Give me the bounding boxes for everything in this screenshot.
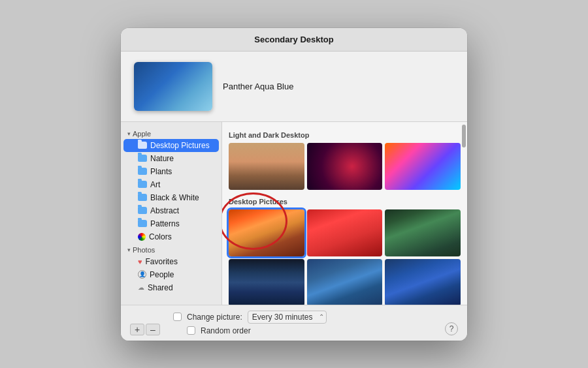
content-panel: Light and Dark Desktop Desktop Pictures <box>222 122 467 305</box>
section1-grid <box>229 143 461 190</box>
sidebar-item-label: Favorites <box>146 257 178 266</box>
folder-icon <box>138 181 147 188</box>
change-picture-row: Change picture: Every 30 minutes <box>173 311 445 324</box>
random-row: Random order <box>173 326 445 335</box>
main-content: ▾ Apple Desktop Pictures Nature Plants A… <box>121 122 467 305</box>
sidebar-item-people[interactable]: 👤 People <box>123 268 219 281</box>
dialog-title: Secondary Desktop <box>254 35 333 44</box>
folder-icon <box>138 168 147 175</box>
change-picture-label: Change picture: <box>187 313 242 322</box>
folder-icon <box>138 142 147 149</box>
add-button[interactable]: + <box>130 324 144 335</box>
desktop-dialog: Secondary Desktop Panther Aqua Blue ▾ Ap… <box>121 28 467 341</box>
sidebar-item-label: Desktop Pictures <box>150 141 210 150</box>
sidebar: ▾ Apple Desktop Pictures Nature Plants A… <box>121 122 222 305</box>
folder-icon <box>138 194 147 201</box>
sidebar-item-label: Art <box>150 180 160 189</box>
help-button[interactable]: ? <box>445 322 458 335</box>
thumbnail-big-sur-night[interactable] <box>385 259 461 304</box>
dialog-title-bar: Secondary Desktop <box>121 28 467 52</box>
thumbnail-monterey-blue[interactable] <box>307 259 383 304</box>
scrollbar-track[interactable] <box>461 125 466 302</box>
thumbnail-mountain-day[interactable] <box>229 143 304 190</box>
sidebar-item-label: People <box>150 270 174 279</box>
sidebar-item-favorites[interactable]: ♥ Favorites <box>123 255 219 268</box>
sidebar-item-label: Shared <box>148 283 173 292</box>
folder-icon <box>138 207 147 214</box>
sidebar-item-label: Colors <box>149 232 172 241</box>
apple-section-header[interactable]: ▾ Apple <box>121 127 221 139</box>
apple-section-label: Apple <box>133 130 151 138</box>
sidebar-item-label: Patterns <box>150 219 180 228</box>
sidebar-item-label: Abstract <box>150 206 179 215</box>
sidebar-item-label: Plants <box>150 167 172 176</box>
thumbnail-ventura-dark[interactable] <box>229 259 304 304</box>
preview-thumbnail <box>134 62 212 111</box>
random-label: Random order <box>201 326 251 335</box>
sidebar-item-nature[interactable]: Nature <box>123 152 219 165</box>
apple-arrow-icon: ▾ <box>127 130 131 137</box>
thumbnail-big-sur-day[interactable] <box>229 209 304 256</box>
people-icon: 👤 <box>138 270 146 279</box>
thumbnail-colorful[interactable] <box>385 143 461 190</box>
bottom-controls: + – Change picture: Every 30 minutes <box>130 311 458 335</box>
folder-icon <box>138 220 147 227</box>
photos-section-header[interactable]: ▾ Photos <box>121 243 221 255</box>
sidebar-item-abstract[interactable]: Abstract <box>123 204 219 217</box>
preview-section: Panther Aqua Blue <box>121 52 467 122</box>
sidebar-item-label: Black & White <box>150 193 199 202</box>
interval-select-wrapper[interactable]: Every 30 minutes <box>248 311 327 324</box>
folder-icon <box>138 155 147 162</box>
interval-select[interactable]: Every 30 minutes <box>248 311 327 324</box>
colors-icon <box>138 233 146 241</box>
bottom-bar: + – Change picture: Every 30 minutes <box>121 305 467 341</box>
sidebar-item-desktop-pictures[interactable]: Desktop Pictures <box>123 139 219 152</box>
change-picture-checkbox[interactable] <box>173 313 182 321</box>
sidebar-item-label: Nature <box>150 154 174 163</box>
preview-name: Panther Aqua Blue <box>223 82 293 91</box>
sidebar-item-art[interactable]: Art <box>123 178 219 191</box>
photos-arrow-icon: ▾ <box>127 247 131 253</box>
change-picture-controls: Change picture: Every 30 minutes Random … <box>160 311 445 335</box>
section2-grid <box>229 209 461 305</box>
sidebar-item-black-white[interactable]: Black & White <box>123 191 219 204</box>
heart-icon: ♥ <box>138 258 142 266</box>
sidebar-add-remove: + – <box>130 324 160 335</box>
cloud-icon: ☁ <box>138 284 144 291</box>
section1-label: Light and Dark Desktop <box>229 131 461 139</box>
thumbnail-sonoma-green[interactable] <box>385 209 461 256</box>
sidebar-item-colors[interactable]: Colors <box>123 230 219 243</box>
random-checkbox[interactable] <box>187 326 195 335</box>
photos-section-label: Photos <box>133 246 155 254</box>
remove-button[interactable]: – <box>146 324 160 335</box>
sidebar-item-shared[interactable]: ☁ Shared <box>123 281 219 294</box>
thumbnail-dark-glow[interactable] <box>307 143 383 190</box>
sidebar-item-plants[interactable]: Plants <box>123 165 219 178</box>
scrollbar-thumb[interactable] <box>462 125 466 147</box>
sidebar-item-patterns[interactable]: Patterns <box>123 217 219 230</box>
section2-label: Desktop Pictures <box>229 198 461 206</box>
thumbnail-monterey-red[interactable] <box>307 209 383 256</box>
